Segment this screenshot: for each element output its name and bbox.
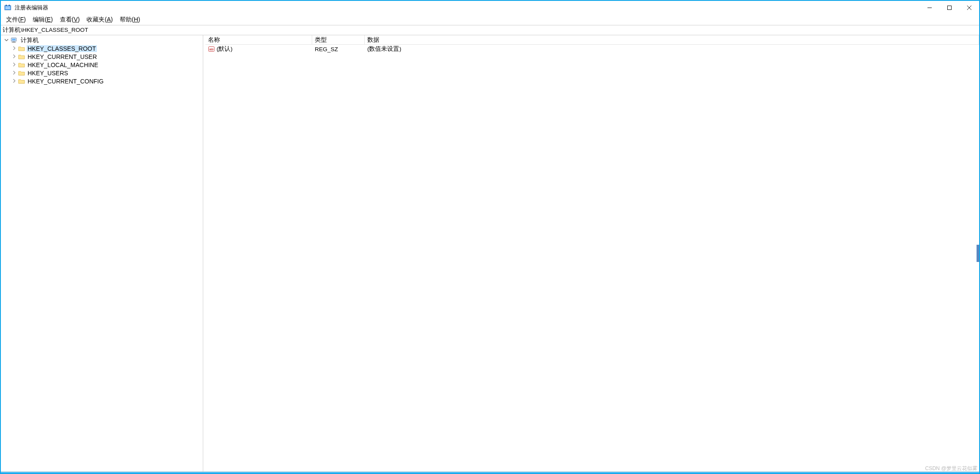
svg-rect-11 [12, 42, 15, 42]
svg-rect-3 [6, 7, 10, 7]
menu-help-pre: 帮助( [120, 16, 134, 23]
menu-help-accel: H [134, 16, 138, 23]
expand-icon[interactable] [11, 71, 17, 76]
menu-file-pre: 文件( [6, 16, 20, 23]
svg-rect-2 [9, 5, 10, 6]
folder-icon [18, 46, 25, 52]
tree-hive-label: HKEY_CURRENT_CONFIG [27, 78, 105, 85]
menu-edit[interactable]: 编辑(E) [29, 15, 56, 25]
minimize-icon [927, 6, 932, 10]
column-header-type[interactable]: 类型 [312, 35, 365, 44]
tree-hive-label: HKEY_LOCAL_MACHINE [27, 62, 99, 68]
list-panel: 名称 类型 数据 ab(默认)REG_SZ(数值未设置) [205, 35, 979, 471]
column-header-name[interactable]: 名称 [205, 35, 312, 44]
svg-rect-1 [6, 5, 7, 6]
tree-hive[interactable]: HKEY_LOCAL_MACHINE [1, 61, 203, 69]
tree-hive-label: HKEY_USERS [27, 70, 69, 77]
window-title: 注册表编辑器 [15, 4, 48, 12]
menu-view-pre: 查看( [60, 16, 74, 23]
svg-rect-10 [12, 39, 16, 40]
folder-icon [18, 62, 25, 68]
content: 计算机 HKEY_CLASSES_ROOTHKEY_CURRENT_USERHK… [1, 35, 979, 471]
regedit-app-icon [4, 4, 11, 11]
tree-root-label: 计算机 [20, 37, 40, 44]
tree-hive[interactable]: HKEY_USERS [1, 69, 203, 77]
titlebar: 注册表编辑器 [1, 1, 979, 15]
menu-file-post: ) [24, 16, 26, 23]
tree-hives: HKEY_CLASSES_ROOTHKEY_CURRENT_USERHKEY_L… [1, 44, 203, 85]
svg-rect-0 [5, 6, 11, 10]
menu-favorites[interactable]: 收藏夹(A) [83, 15, 116, 25]
tree-hive-label: HKEY_CLASSES_ROOT [27, 45, 97, 52]
registry-editor-window: 注册表编辑器 文件(F) 编辑(E) 查看(V) 收藏夹(A) 帮助(H) [0, 0, 980, 474]
menu-view-post: ) [78, 16, 80, 23]
expand-icon[interactable] [11, 79, 17, 84]
tree-panel[interactable]: 计算机 HKEY_CLASSES_ROOTHKEY_CURRENT_USERHK… [1, 35, 203, 471]
close-icon [967, 6, 971, 10]
column-header-data-label: 数据 [367, 36, 379, 44]
folder-icon [18, 70, 25, 76]
value-row[interactable]: ab(默认)REG_SZ(数值未设置) [205, 45, 979, 53]
list-header: 名称 类型 数据 [205, 35, 979, 45]
collapse-icon[interactable] [3, 38, 9, 43]
taskbar-accent [1, 471, 979, 473]
menu-view-accel: V [74, 16, 78, 23]
tree-hive-label: HKEY_CURRENT_USER [27, 53, 98, 60]
svg-rect-4 [6, 8, 10, 9]
maximize-icon [947, 6, 952, 10]
svg-rect-12 [12, 42, 16, 43]
column-header-type-label: 类型 [315, 36, 327, 44]
string-value-icon: ab [208, 46, 215, 52]
tree-hive[interactable]: HKEY_CURRENT_CONFIG [1, 77, 203, 85]
tree-hive[interactable]: HKEY_CLASSES_ROOT [1, 44, 203, 52]
folder-icon [18, 54, 25, 60]
list-body[interactable]: ab(默认)REG_SZ(数值未设置) [205, 45, 979, 471]
menu-file[interactable]: 文件(F) [3, 15, 29, 25]
menu-help[interactable]: 帮助(H) [116, 15, 143, 25]
folder-icon [18, 78, 25, 84]
registry-tree: 计算机 HKEY_CLASSES_ROOTHKEY_CURRENT_USERHK… [1, 36, 203, 85]
svg-text:ab: ab [209, 47, 213, 51]
maximize-button[interactable] [940, 1, 959, 15]
menu-fav-accel: A [107, 16, 111, 23]
menu-edit-post: ) [51, 16, 53, 23]
expand-icon[interactable] [11, 62, 17, 68]
window-controls [920, 1, 979, 15]
column-header-data[interactable]: 数据 [365, 35, 979, 44]
tree-root-computer[interactable]: 计算机 [1, 36, 203, 44]
menu-edit-pre: 编辑( [33, 16, 47, 23]
expand-icon[interactable] [11, 54, 17, 59]
menu-view[interactable]: 查看(V) [56, 15, 84, 25]
menu-fav-post: ) [111, 16, 113, 23]
value-type-cell: REG_SZ [312, 46, 365, 52]
value-name-label: (默认) [217, 45, 233, 53]
menu-file-accel: F [20, 16, 24, 23]
menubar: 文件(F) 编辑(E) 查看(V) 收藏夹(A) 帮助(H) [1, 15, 979, 25]
menu-fav-pre: 收藏夹( [87, 16, 107, 23]
menu-help-post: ) [138, 16, 140, 23]
menu-edit-accel: E [47, 16, 51, 23]
minimize-button[interactable] [920, 1, 940, 15]
scrollbar-thumb[interactable] [977, 245, 979, 262]
address-input[interactable] [1, 25, 979, 35]
tree-hive[interactable]: HKEY_CURRENT_USER [1, 52, 203, 61]
column-header-name-label: 名称 [208, 36, 220, 44]
expand-icon[interactable] [11, 46, 17, 51]
titlebar-left: 注册表编辑器 [1, 4, 48, 12]
computer-icon [10, 37, 18, 43]
value-data-cell: (数值未设置) [365, 45, 979, 53]
value-name-cell: ab(默认) [205, 45, 312, 53]
close-button[interactable] [959, 1, 979, 15]
addressbar [1, 25, 979, 35]
svg-rect-6 [948, 6, 952, 10]
